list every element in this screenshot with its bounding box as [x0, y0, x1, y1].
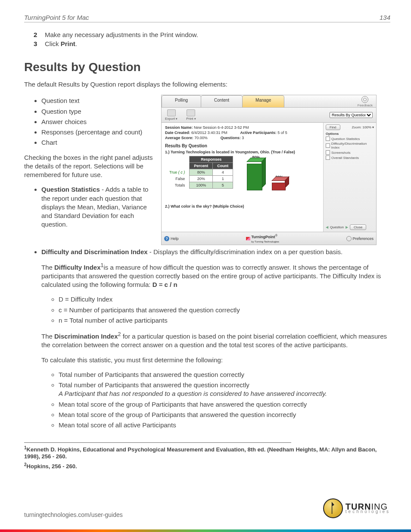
footer-url: turningtechnologies.com/user-guides	[24, 511, 123, 518]
zoom-control[interactable]: Zoom: 100% ▾	[352, 125, 374, 129]
brand-logo: TURNING technologies	[323, 498, 390, 518]
page-number: 134	[380, 14, 390, 21]
options-desc-list: Question Statistics - Adds a table to th…	[24, 185, 153, 229]
report-type-dropdown[interactable]: Results By Question	[330, 112, 373, 118]
list-item: n = Total number of active participants	[59, 316, 390, 325]
prev-icon[interactable]: ◀	[326, 225, 328, 229]
list-item: Responses (percentage and count)	[41, 128, 153, 137]
elements-list: Question text Question type Answer choic…	[24, 96, 153, 147]
difficulty-para: The Difficulty Index1is a measure of how…	[41, 262, 390, 289]
gear-icon	[346, 236, 352, 241]
list-item: Question text	[41, 96, 153, 105]
list-item: Total number of Participants that answer…	[59, 381, 390, 398]
flag-icon	[246, 237, 250, 240]
checking-para: Checking the boxes in the right panel ad…	[24, 153, 153, 180]
tab-content[interactable]: Content	[201, 95, 243, 107]
option-overall-standards[interactable]: Overall Standards	[326, 156, 374, 160]
help-link[interactable]: Help	[171, 236, 179, 241]
close-button[interactable]: Close	[350, 224, 366, 230]
list-item: c = Number of participants that answered…	[59, 306, 390, 314]
print-button[interactable]: Print▾	[186, 109, 196, 121]
chevron-down-icon: ▾	[176, 117, 177, 120]
diff-vars-list: D = Difficulty Index c = Number of parti…	[41, 295, 390, 325]
question-2: 2.) What color is the sky? (Multiple Cho…	[165, 204, 320, 208]
export-button[interactable]: Export▾	[165, 109, 177, 121]
page-footer: turningtechnologies.com/user-guides TURN…	[24, 498, 390, 518]
list-item: Mean total score of the group of Partici…	[59, 400, 390, 409]
option-ddi[interactable]: Difficulty/Discrimination Index	[326, 142, 374, 149]
checkbox-icon	[326, 150, 330, 155]
app-screenshot: Polling Content Manage Feedback Export▾	[161, 95, 377, 245]
intro-text: The default Results by Question report d…	[24, 80, 390, 89]
checkbox-icon	[326, 156, 330, 160]
preferences-link[interactable]: Preferences	[346, 236, 374, 241]
tab-polling[interactable]: Polling	[162, 95, 201, 107]
find-button[interactable]: Find	[326, 124, 340, 130]
list-item: D = Difficulty Index	[59, 295, 390, 304]
bar-chart: 80% 20%	[238, 156, 294, 195]
list-item: Mean total score of the group of Partici…	[59, 411, 390, 419]
list-item: Question type	[41, 107, 153, 116]
question-1: 1.) Turning Technologies is located in Y…	[165, 150, 320, 154]
section-heading: Results by Question	[24, 60, 390, 74]
doc-title: TurningPoint 5 for Mac	[24, 14, 89, 21]
discrim-para: The Discrimination Index2 for a particul…	[41, 331, 390, 350]
checkbox-icon	[326, 143, 330, 148]
calc-intro: To calculate this statistic, you must fi…	[41, 356, 390, 364]
page-header: TurningPoint 5 for Mac 134	[24, 14, 390, 22]
footnote-2: 2Hopkins, 256 - 260.	[24, 462, 390, 470]
list-item: Answer choices	[41, 118, 153, 126]
color-bar	[0, 529, 411, 532]
responses-table: Responses PercentCount True ( c )80%4 Fa…	[165, 156, 233, 189]
footnote-1: 1Kenneth D. Hopkins, Educational and Psy…	[24, 445, 390, 459]
feedback-icon	[361, 96, 368, 103]
calc-list: Total number of Participants that answer…	[41, 370, 390, 430]
checkbox-icon	[326, 137, 330, 141]
tab-manage[interactable]: Manage	[242, 95, 284, 107]
print-icon	[187, 109, 195, 116]
step-3: 3Click Print.	[34, 40, 390, 47]
turning-logo-icon	[323, 498, 343, 518]
results-title: Results By Question	[165, 143, 320, 148]
help-icon: ?	[164, 236, 169, 241]
list-item: Difficulty and Discrimination Index - Di…	[41, 248, 390, 429]
bar-false	[272, 180, 288, 190]
list-item: Question Statistics - Adds a table to th…	[41, 185, 153, 229]
ddi-desc-list: Difficulty and Discrimination Index - Di…	[24, 248, 390, 429]
list-item: Total number of Participants that answer…	[59, 370, 390, 379]
list-item: Chart	[41, 138, 153, 147]
export-icon	[167, 109, 176, 116]
footnote-separator	[24, 442, 291, 443]
list-item: Mean total score of all active Participa…	[59, 421, 390, 429]
steps-list: 2Make any necessary adjustments in the P…	[24, 31, 390, 47]
option-question-statistics[interactable]: Question Statistics	[326, 137, 374, 141]
next-icon[interactable]: ▶	[346, 225, 348, 229]
chevron-down-icon: ▾	[194, 117, 196, 120]
step-2: 2Make any necessary adjustments in the P…	[34, 31, 390, 38]
feedback-button[interactable]: Feedback	[358, 95, 373, 107]
options-panel: Find Zoom: 100% ▾ Options Question Stati…	[324, 123, 376, 232]
bar-true	[247, 161, 265, 190]
option-screenshots[interactable]: Screenshots	[326, 150, 374, 155]
tp-logo-mini: TurningPoint®by Turning Technologies	[246, 233, 279, 243]
